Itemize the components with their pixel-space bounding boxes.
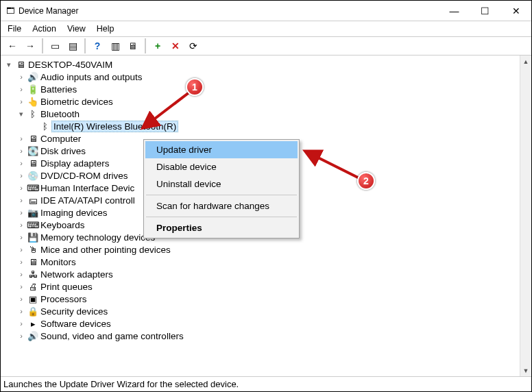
tree-item[interactable]: ›🖥Monitors — [3, 256, 520, 268]
status-text: Launches the Update Driver Wizard for th… — [3, 379, 239, 389]
device-icon: 🖨 — [27, 282, 39, 292]
tree-item-label: Network adapters — [39, 269, 114, 280]
window-title: Device Manager — [19, 6, 78, 16]
menu-action[interactable]: Action — [32, 24, 56, 34]
titlebar-left: 🗔 Device Manager — [6, 6, 78, 16]
tree-item-label: Software devices — [39, 319, 112, 329]
maximize-button[interactable]: ☐ — [470, 1, 500, 21]
menubar: File Action View Help — [1, 21, 531, 36]
toolbar-show-hidden-button[interactable]: ▭ — [47, 38, 62, 53]
tree-item[interactable]: ›🔒Security devices — [3, 305, 520, 317]
toolbar-update-button[interactable]: ⟳ — [186, 38, 201, 53]
toolbar-separator — [84, 38, 86, 53]
titlebar: 🗔 Device Manager — ☐ ✕ — [1, 1, 531, 21]
menu-help[interactable]: Help — [97, 24, 114, 34]
toolbar-add-button[interactable]: + — [150, 38, 165, 53]
plus-icon: + — [155, 40, 160, 51]
callout-2: 2 — [357, 172, 375, 190]
scroll-track[interactable] — [520, 67, 531, 365]
scroll-up-button[interactable]: ▲ — [520, 56, 531, 67]
status-bar: Launches the Update Driver Wizard for th… — [1, 376, 531, 391]
chevron-icon[interactable]: › — [16, 258, 27, 266]
tree-item-label: Mice and other pointing devices — [39, 245, 172, 255]
toolbar-separator — [42, 38, 43, 53]
device-icon: ▣ — [27, 294, 39, 304]
device-icon: 🖱 — [27, 245, 39, 255]
toolbar-monitor-button[interactable]: 🖥 — [125, 38, 141, 53]
scroll-down-button[interactable]: ▼ — [520, 365, 531, 376]
monitor-icon: 🖥 — [128, 40, 138, 51]
chevron-icon[interactable]: › — [16, 282, 27, 291]
device-icon: ▸ — [27, 319, 39, 329]
tree-item[interactable]: ›🔊Sound, video and game controllers — [3, 330, 520, 342]
tree-item-label: Sound, video and game controllers — [39, 331, 185, 341]
annotation-arrows — [1, 56, 343, 234]
device-icon: 🖧 — [27, 269, 39, 280]
chevron-icon[interactable]: › — [16, 245, 27, 254]
tree-item[interactable]: ›🖧Network adapters — [3, 268, 520, 280]
callout-1: 1 — [186, 78, 204, 96]
toolbar-remove-button[interactable]: ✕ — [168, 38, 183, 53]
toolbar-back-button[interactable]: ← — [5, 38, 20, 53]
arrow-left-icon: ← — [8, 40, 17, 51]
refresh-icon: ⟳ — [189, 40, 197, 51]
menu-view[interactable]: View — [67, 24, 86, 34]
toolbar-scan-button[interactable]: ▥ — [108, 38, 123, 53]
tree-item-label: Security devices — [39, 306, 109, 317]
chevron-icon[interactable]: › — [16, 307, 27, 315]
tree-item[interactable]: ›🖱Mice and other pointing devices — [3, 243, 520, 256]
help-icon: ? — [95, 40, 101, 51]
close-button[interactable]: ✕ — [500, 1, 531, 21]
chevron-icon[interactable]: › — [16, 319, 27, 328]
device-icon: 🔒 — [27, 306, 39, 317]
tree-item[interactable]: ›▸Software devices — [3, 317, 520, 330]
x-icon: ✕ — [171, 40, 180, 51]
chevron-icon[interactable]: › — [16, 295, 27, 303]
menu-file[interactable]: File — [8, 24, 21, 34]
window-controls: — ☐ ✕ — [439, 1, 531, 21]
device-manager-window: 🗔 Device Manager — ☐ ✕ File Action View … — [0, 0, 532, 392]
toolbar-forward-button[interactable]: → — [23, 38, 38, 53]
tree-item-label: Monitors — [39, 257, 77, 267]
chevron-icon[interactable]: › — [16, 270, 27, 278]
window-icon: ▭ — [51, 40, 60, 51]
tree-item[interactable]: ›▣Processors — [3, 293, 520, 305]
scrollbar-vertical[interactable]: ▲ ▼ — [520, 56, 531, 376]
list-icon: ▤ — [69, 40, 77, 51]
tree-item-label: Print queues — [39, 282, 94, 292]
device-icon: 🔊 — [27, 331, 39, 341]
toolbar: ← → ▭ ▤ ? ▥ 🖥 + ✕ ⟳ — [1, 36, 531, 56]
tree-item-label: Processors — [39, 294, 88, 304]
scan-icon: ▥ — [111, 40, 120, 51]
tree-item[interactable]: ›🖨Print queues — [3, 280, 520, 293]
chevron-icon[interactable]: › — [16, 332, 27, 340]
arrow-right-icon: → — [25, 40, 35, 51]
app-icon: 🗔 — [6, 6, 14, 16]
toolbar-help-button[interactable]: ? — [90, 38, 105, 53]
device-icon: 🖥 — [27, 257, 39, 267]
minimize-button[interactable]: — — [439, 1, 470, 21]
content-area: ▾🖥DESKTOP-450VAIM›🔊Audio inputs and outp… — [1, 56, 531, 376]
toolbar-properties-button[interactable]: ▤ — [65, 38, 80, 53]
chevron-icon[interactable]: › — [16, 233, 27, 241]
svg-line-0 — [143, 90, 193, 127]
toolbar-separator — [145, 38, 146, 53]
